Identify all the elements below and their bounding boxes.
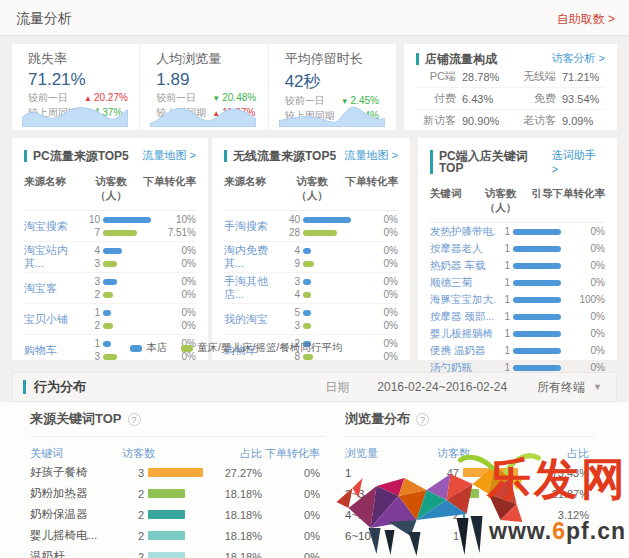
source-name-link[interactable]: 手淘搜索 [224,220,282,233]
source-metric-line: 400% [282,213,398,226]
visitor-count: 2 [82,289,100,300]
share-bar [463,468,518,477]
source-metric-line: 50% [282,306,398,319]
date-range-picker[interactable]: 2016-02-24~2016-02-24 [377,380,507,394]
visitor-analysis-link[interactable]: 访客分析 > [552,51,605,66]
composition-metric-value: 93.54% [562,93,605,105]
source-lines: 400%280% [282,213,398,239]
visitor-count: 4 [282,289,300,300]
conversion-value: 0% [262,488,320,500]
source-name-link[interactable]: 宝贝小铺 [24,313,82,326]
source-lines: 40%30% [82,244,196,270]
visitor-count: 1 [82,338,100,349]
pageview-range-label: 4~5 [345,509,437,521]
visitor-count: 1 [496,277,510,288]
word-picker-link[interactable]: 选词助手 > [552,148,605,175]
source-name-link[interactable]: 淘宝搜索 [24,220,82,233]
keyword-link[interactable]: 海豚宝宝加大... [430,293,496,307]
peer-average-bar [303,292,311,298]
composition-rows: PC端28.78%无线端71.21%付费6.43%免费93.54%新访客90.9… [416,66,605,131]
keyword-row: 发热护膝带电...10% [430,223,605,240]
chart-legend: 本店 童床/婴儿床/摇篮/餐椅同行平均 [130,341,342,355]
composition-metric-label: 老访客 [508,113,556,128]
peer-average-bar [103,261,117,267]
help-icon[interactable]: ? [128,413,141,426]
traffic-map-link[interactable]: 流量地图 > [345,148,398,163]
visitor-count: 1 [496,260,510,271]
panel-title: 店铺流量构成 [416,53,497,65]
visitor-count: 3 [282,276,300,287]
visitor-count: 2 [82,320,100,331]
peer-average-bar [103,323,113,329]
traffic-map-link[interactable]: 流量地图 > [143,148,196,163]
conversion-value: 0% [565,328,605,339]
visitor-count: 28 [282,227,300,238]
terminal-dropdown[interactable]: 所有终端 ▼ [537,379,602,396]
pc-entry-keywords-panel: PC端入店关键词TOP 选词助手 > 关键词访客数（人）引导下单转化率发热护膝带… [418,138,617,360]
source-lines: 40%90% [282,244,398,270]
conversion-value: 0% [356,289,398,300]
panel-header: 店铺流量构成 访客分析 > [416,51,605,66]
conversion-value: 0% [154,289,196,300]
column-header: 占比 [210,446,262,461]
stat-value: 71.21% [28,70,131,90]
sparkline-chart [22,103,128,127]
share-bar [463,531,465,540]
keyword-row: 热奶器 车载10% [430,257,605,274]
keyword-link[interactable]: 顺德三菊 [430,276,496,290]
keyword-link[interactable]: 便携 温奶器 [430,344,496,358]
trend-percent: 20.27% [94,92,128,103]
conversion-value: 0% [565,345,605,356]
table-title: 浏览量分布 [345,410,410,428]
visitor-count: 1 [496,226,510,237]
source-keyword-label: 奶粉加热器 [30,486,122,501]
source-name-link[interactable]: 淘内免费其... [224,244,282,270]
self-service-data-link[interactable]: 自助取数 > [557,11,615,28]
composition-metric-value: 71.21% [562,71,605,83]
shop-bar [513,246,561,252]
source-keyword-label: 好孩子餐椅 [30,465,122,480]
keyword-link[interactable]: 婴儿板摇躺椅 [430,327,496,341]
page-header: 流量分析 自助取数 > [0,0,629,36]
keyword-link[interactable]: 发热护膝带电... [430,225,496,239]
trend-arrow-icon: ▲ [84,94,92,103]
pageview-distribution-table: 浏览量分布 ? 浏览量访客数占比14773.43%2~31421.87%4~52… [345,410,595,546]
terminal-dropdown-value: 所有终端 [537,379,585,396]
stat-cards-panel: 跳失率 71.21% 较前一日 ▲20.27% 较上周同期 ▼4.37% 人均浏… [12,44,396,130]
keyword-link[interactable]: 按摩器老人 [430,242,496,256]
keyword-row: 便携 温奶器10% [430,342,605,359]
visitor-count: 14 [437,488,459,500]
source-row-group: 我的淘宝50%30% [224,304,398,335]
peer-legend-swatch [181,345,193,352]
conversion-value: 10% [154,214,196,225]
composition-metric-label: 新访客 [416,113,456,128]
source-name-link[interactable]: 淘宝站内其... [24,244,82,270]
stat-value: 42秒 [285,70,388,93]
shop-bar [303,217,351,223]
conversion-value: 0% [356,258,398,269]
source-metric-line: 30% [82,275,196,288]
table-row: 2~31421.87% [345,483,595,504]
source-name-link[interactable]: 手淘其他店... [224,275,282,301]
source-metric-line: 30% [282,275,398,288]
conversion-value: 0% [356,338,398,349]
share-bar [148,468,203,477]
column-header-keyword: 关键词 [430,187,478,215]
keyword-link[interactable]: 热奶器 车载 [430,259,496,273]
source-lines: 30%20% [82,275,196,301]
source-row-group: 手淘搜索400%280% [224,211,398,242]
keyword-link[interactable]: 按摩器 颈部... [430,310,496,324]
source-name-link[interactable]: 淘宝客 [24,282,82,295]
visitor-count: 1 [496,311,510,322]
help-icon[interactable]: ? [416,413,429,426]
pc-traffic-sources-panel: PC流量来源TOP5 流量地图 > 来源名称访客数（人）下单转化率淘宝搜索101… [12,138,208,360]
panel-title: PC流量来源TOP5 [24,150,129,162]
conversion-value: 0% [356,227,398,238]
share-bar [463,489,479,498]
column-header: 关键词 [30,446,122,461]
source-name-link[interactable]: 我的淘宝 [224,313,282,326]
conversion-value: 0% [154,258,196,269]
column-header: 占比 [525,446,589,461]
source-name-link[interactable]: 购物车 [24,344,82,357]
peer-average-bar [303,261,314,267]
